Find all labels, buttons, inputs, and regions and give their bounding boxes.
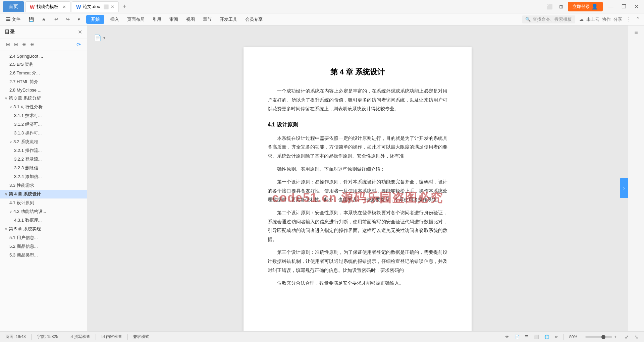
sidebar-item-51[interactable]: 5.1 用户信息... <box>0 233 87 242</box>
fullscreen-icon[interactable]: ⤢ <box>625 334 629 340</box>
menu-review[interactable]: 审阅 <box>167 15 180 24</box>
zoom-minus-button[interactable]: — <box>579 335 583 339</box>
sidebar-item-label: 第 5 章 系统实现 <box>9 226 41 232</box>
content-check-btn[interactable]: ☑ 内容检查 <box>101 334 122 340</box>
sidebar-remove-item[interactable]: ⊖ <box>29 41 36 49</box>
doc-page-icon[interactable]: 📄 <box>94 34 101 42</box>
menu-ref[interactable]: 引用 <box>151 15 163 24</box>
zoom-slider[interactable] <box>585 336 612 338</box>
sidebar-item-41[interactable]: 4.1 设计原则 <box>0 198 87 207</box>
sidebar-item-32[interactable]: ∨ 3.2 系统流程 <box>0 137 87 146</box>
sidebar-tree: 2.4 SpringBoot ... 2.5 B/S 架构 2.6 Tomcat… <box>0 51 87 331</box>
window-close-button[interactable]: ✕ <box>632 2 641 11</box>
sidebar-item-myeclipse[interactable]: 2.8 MyEclipse ... <box>0 86 87 94</box>
sidebar-collapse-all[interactable]: ⊟ <box>13 41 19 49</box>
sidebar-expand-all[interactable]: ⊞ <box>5 41 11 49</box>
compat-mode-btn[interactable]: 兼容模式 <box>133 334 149 340</box>
sidebar-add-item[interactable]: ⊕ <box>21 41 28 49</box>
status-page-info: 页面: 19/43 <box>5 334 26 340</box>
icon-save[interactable]: 💾 <box>26 15 36 23</box>
search-box[interactable]: 🔍 查找命令、搜索模板 <box>522 15 575 23</box>
toolbar-collapse-button[interactable]: ⌃ <box>636 16 640 22</box>
login-label: 立即登录 <box>573 4 590 10</box>
doc-page-expand-icon[interactable]: ▾ <box>103 36 105 40</box>
sidebar-item-bs[interactable]: 2.5 B/S 架构 <box>0 60 87 69</box>
btn-start[interactable]: 开始 <box>86 15 104 24</box>
sidebar-item-ch3[interactable]: ∨ 第 3 章 系统分析 <box>0 94 87 103</box>
collaborate-btn[interactable]: 协作 <box>602 16 611 22</box>
sidebar-item-label: 3.2 系统流程 <box>13 139 38 145</box>
sidebar-item-311[interactable]: 3.1.1 技术可... <box>0 111 87 120</box>
toolbar-more-button[interactable]: ⋮ <box>626 16 632 22</box>
expand-icon[interactable]: ⤡ <box>634 334 639 340</box>
wps-tab-close[interactable]: ✕ <box>62 4 66 9</box>
cloud-status[interactable]: 未上云 <box>586 16 599 22</box>
sidebar-item-53[interactable]: 5.3 商品类型... <box>0 251 87 260</box>
chevron-down-icon: ∨ <box>9 210 12 214</box>
sidebar-item-label: 2.5 B/S 架构 <box>9 61 34 67</box>
sidebar-item-312[interactable]: 3.1.2 经济可... <box>0 120 87 129</box>
toolbar: ☰ 文件 💾 🖨 ↩ ↪ ▾ 开始 插入 页面布局 引用 审阅 视图 章节 开发… <box>0 13 644 25</box>
sidebar-item-31[interactable]: ∨ 3.1 可行性分析 <box>0 103 87 111</box>
outline-view-icon[interactable]: ☰ <box>525 335 529 339</box>
sidebar-item-324[interactable]: 3.2.4 添加信... <box>0 172 87 181</box>
menu-vip[interactable]: 会员专享 <box>243 15 265 24</box>
layout-icon-single[interactable]: ⬜ <box>545 3 554 11</box>
sidebar-item-ch5[interactable]: ∨ 第 5 章 系统实现 <box>0 225 87 233</box>
sidebar-sync-btn[interactable]: ⟳ <box>75 41 82 49</box>
intro-paragraph: 一个成功设计的系统在内容上必定是丰富的，在系统外观或系统功能上必定是对用户友好的… <box>268 87 447 113</box>
tab-doc[interactable]: W 论文.doc ⬜ ✕ <box>72 1 119 12</box>
icon-print[interactable]: 🖨 <box>40 15 48 23</box>
sidebar-item-431[interactable]: 4.3.1 数据库... <box>0 216 87 225</box>
login-button[interactable]: 立即登录 👤 <box>568 2 603 11</box>
float-expand-button[interactable]: › <box>620 178 628 198</box>
sidebar-item-322[interactable]: 3.2.2 登录流... <box>0 155 87 164</box>
layout-icon-grid[interactable]: ⊞ <box>557 3 565 11</box>
right-panel-filter-icon[interactable]: ≡ <box>634 29 638 36</box>
icon-more-undo[interactable]: ▾ <box>76 15 82 23</box>
zoom-plus-button[interactable]: + <box>614 335 616 339</box>
add-tab-button[interactable]: + <box>120 2 129 11</box>
sidebar-item-33[interactable]: 3.3 性能需求 <box>0 181 87 190</box>
sidebar-item-42[interactable]: ∨ 4.2 功能结构设... <box>0 207 87 216</box>
menu-chapter[interactable]: 章节 <box>201 15 214 24</box>
doc-tab-close[interactable]: ✕ <box>111 4 114 9</box>
sidebar-item-html[interactable]: 2.7 HTML 简介 <box>0 77 87 86</box>
menu-insert[interactable]: 插入 <box>108 15 121 24</box>
spell-check-btn[interactable]: ☑ 拼写检查 <box>69 334 90 340</box>
sidebar-item-tomcat[interactable]: 2.6 Tomcat 介... <box>0 69 87 77</box>
menu-dev[interactable]: 开发工具 <box>218 15 239 24</box>
window-view-icon[interactable]: ⬜ <box>534 335 539 339</box>
doc-tab-minimize[interactable]: ⬜ <box>103 4 109 9</box>
page-view-icon[interactable]: 📄 <box>515 335 520 339</box>
edit-icon[interactable]: ✏ <box>555 335 558 339</box>
read-view-icon[interactable]: 👁 <box>505 335 509 339</box>
menu-view[interactable]: 视图 <box>184 15 197 24</box>
sidebar-item-label: 2.6 Tomcat 介... <box>9 70 40 76</box>
menu-file[interactable]: ☰ 文件 <box>4 15 22 24</box>
menu-layout[interactable]: 页面布局 <box>125 15 147 24</box>
window-minimize-button[interactable]: — <box>605 2 616 11</box>
sidebar-item-313[interactable]: 3.1.3 操作可... <box>0 129 87 137</box>
zoom-thumb[interactable] <box>601 335 605 339</box>
status-sep-2 <box>64 334 64 340</box>
tab-home[interactable]: 首页 <box>3 1 24 12</box>
window-maximize-button[interactable]: ❐ <box>619 2 629 11</box>
icon-undo[interactable]: ↩ <box>52 15 60 23</box>
web-view-icon[interactable]: 🌐 <box>544 335 549 339</box>
icon-redo[interactable]: ↪ <box>64 15 72 23</box>
share-btn[interactable]: 分享 <box>613 16 622 22</box>
sidebar-title: 目录 <box>5 29 15 35</box>
search-placeholder: 查找命令、搜索模板 <box>533 16 572 22</box>
sidebar-item-321[interactable]: 3.2.1 操作流... <box>0 146 87 155</box>
cloud-area: ☁ 未上云 协作 分享 <box>579 16 622 22</box>
sidebar-item-springboot[interactable]: 2.4 SpringBoot ... <box>0 52 87 60</box>
sidebar-item-52[interactable]: 5.2 商品信息... <box>0 242 87 251</box>
sidebar-item-ch4[interactable]: ∨ 第 4 章 系统设计 <box>0 190 87 198</box>
sidebar-item-323[interactable]: 3.2.3 删除信... <box>0 164 87 172</box>
para-2: 确性原则、实用原则。下面对这些原则做详细介绍： <box>268 165 447 174</box>
sidebar-close-button[interactable]: ✕ <box>78 29 82 35</box>
status-sep-1 <box>31 334 32 340</box>
status-word-count: 字数: 15825 <box>37 334 58 340</box>
tab-wps[interactable]: W 找稿壳模板 ✕ <box>25 1 70 12</box>
